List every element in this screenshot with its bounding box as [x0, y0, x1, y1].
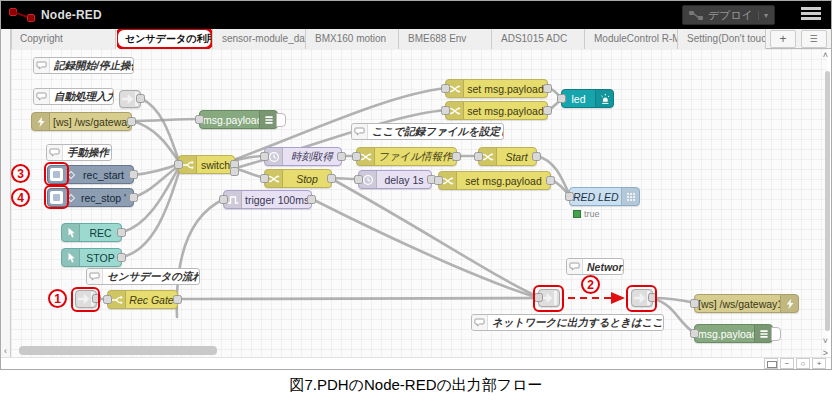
comment-auto-input[interactable]: 自動処理入力 [33, 88, 114, 105]
port-out[interactable] [337, 152, 346, 161]
main-menu-icon[interactable] [801, 7, 821, 23]
annotation-number-2: 2 [581, 275, 600, 294]
vertical-scrollbar[interactable] [825, 71, 830, 331]
tab-bmx160-motion[interactable]: BMX160 motion [306, 29, 399, 49]
port-in[interactable] [441, 84, 450, 93]
workspace-footer [1, 357, 831, 370]
port-in[interactable] [434, 176, 443, 185]
flow-list-button[interactable]: ☰ [801, 30, 827, 48]
port-out[interactable] [546, 176, 555, 185]
port-out[interactable] [129, 170, 138, 179]
port-in[interactable] [690, 329, 699, 338]
comment-network[interactable]: Network [566, 258, 624, 275]
port-in[interactable] [219, 195, 228, 204]
tab-modulecontrol-r-msm_[interactable]: ModuleControl R-MSM_ [585, 29, 678, 49]
node-set-payload-1[interactable]: set msg.payload [445, 79, 548, 98]
node-switch[interactable]: switch [178, 155, 235, 174]
navigator-button[interactable] [764, 358, 778, 369]
port-out[interactable] [117, 228, 126, 237]
comment-sensor-flow[interactable]: センサデータの流れ [86, 268, 200, 285]
node-websocket-out[interactable]: [ws] /ws/gateway1 [694, 294, 799, 313]
node-set-payload-mid[interactable]: set msg.payload [438, 171, 551, 190]
comment-network-out[interactable]: ネットワークに出力するときはここから送出 [471, 314, 664, 331]
tab-sensor-module_data[interactable]: sensor-module_data [213, 29, 306, 49]
deploy-button[interactable]: デプロイ ▾ [682, 5, 775, 25]
port-out[interactable] [327, 174, 336, 183]
node-inject-rec[interactable]: REC [61, 223, 122, 242]
tab-setting-don-t-touch-me[interactable]: Setting(Don't touch me [678, 29, 766, 49]
port-out[interactable] [532, 152, 541, 161]
horizontal-scrollbar[interactable] [19, 346, 217, 355]
port-in[interactable] [557, 94, 566, 103]
node-red-led[interactable]: RED LED [569, 187, 640, 206]
scroll-up-icon[interactable]: ˄ [823, 51, 828, 60]
node-websocket-in[interactable]: [ws] /ws/gateway1 [31, 112, 132, 131]
debug-toggle[interactable] [276, 113, 286, 127]
node-set-payload-2[interactable]: set msg.payload [445, 101, 548, 120]
tab-ads1015-adc[interactable]: ADS1015 ADC [492, 29, 585, 49]
node-debug-bottom[interactable]: msg.payload [694, 324, 773, 343]
node-led[interactable]: led [561, 89, 614, 108]
port-in[interactable] [103, 295, 112, 304]
port-out[interactable] [230, 167, 239, 176]
comment-icon [352, 124, 368, 139]
node-inject-stop[interactable]: STOP [61, 248, 122, 267]
node-trigger-100ms[interactable]: trigger 100ms [223, 190, 312, 209]
port-in[interactable] [260, 152, 269, 161]
node-label: msg.payload [200, 114, 259, 126]
pointer-icon [62, 249, 80, 266]
node-label: REC [80, 227, 121, 239]
zoom-out-button[interactable]: − [780, 358, 794, 369]
deploy-node-icon [689, 11, 703, 20]
flow-canvas[interactable]: 記録開始/停止操作自動処理入力手動操作センサデータの流れここで記録ファイルを設定… [11, 49, 827, 357]
port-in[interactable] [690, 299, 699, 308]
comment-record-file[interactable]: ここで記録ファイルを設定します [351, 123, 504, 140]
tab--[interactable]: センサデータの利用 [116, 29, 213, 49]
debug-toggle[interactable] [771, 327, 781, 341]
zoom-reset-button[interactable]: ○ [796, 358, 810, 369]
comment-record-start-stop[interactable]: 記録開始/停止操作 [33, 57, 134, 74]
port-in[interactable] [352, 152, 361, 161]
node-link-in-top[interactable] [119, 90, 141, 108]
port-out[interactable] [129, 193, 138, 202]
node-rec-gate[interactable]: Rec Gate [107, 290, 178, 309]
port-out[interactable] [543, 84, 552, 93]
annotation-number-3: 3 [11, 164, 30, 183]
ws-icon [32, 113, 50, 130]
port-in[interactable] [474, 152, 483, 161]
port-in[interactable] [354, 175, 363, 184]
node-get-time[interactable]: 時刻取得 [264, 147, 342, 166]
port-out[interactable] [452, 152, 461, 161]
comment-icon [472, 315, 488, 330]
node-debug-top[interactable]: msg.payload [199, 110, 278, 129]
tab-bme688-env[interactable]: BME688 Env [399, 29, 492, 49]
tab-actions: + ☰ [770, 29, 827, 49]
annotation-box-2 [44, 185, 69, 209]
node-label: RED LED [570, 191, 621, 203]
port-in[interactable] [174, 160, 183, 169]
node-change-start[interactable]: Start [478, 147, 537, 166]
node-delay-1s[interactable]: delay 1s [358, 170, 432, 189]
port-out[interactable] [117, 253, 126, 262]
node-change-stop[interactable]: Stop [264, 169, 332, 188]
port-out[interactable] [173, 295, 182, 304]
port-in[interactable] [565, 192, 574, 201]
deploy-caret-icon[interactable]: ▾ [758, 11, 768, 20]
port-out[interactable] [136, 94, 145, 103]
scroll-down-icon[interactable]: ˅ [823, 337, 828, 346]
node-make-file-info[interactable]: ファイル情報作成 [356, 147, 457, 166]
comment-label: ここで記録ファイルを設定します [368, 125, 503, 139]
led-icon [595, 90, 613, 107]
port-in[interactable] [441, 106, 450, 115]
port-out[interactable] [127, 117, 136, 126]
port-out[interactable] [543, 106, 552, 115]
zoom-in-button[interactable]: + [812, 358, 826, 369]
add-flow-button[interactable]: + [770, 30, 796, 48]
status-dot [573, 210, 581, 218]
port-in[interactable] [260, 174, 269, 183]
scroll-left-icon[interactable]: ‹ [4, 347, 7, 356]
comment-manual[interactable]: 手動操作 [46, 144, 112, 161]
tab-copyright[interactable]: Copyright [11, 29, 116, 49]
port-out[interactable] [307, 195, 316, 204]
port-in[interactable] [195, 115, 204, 124]
